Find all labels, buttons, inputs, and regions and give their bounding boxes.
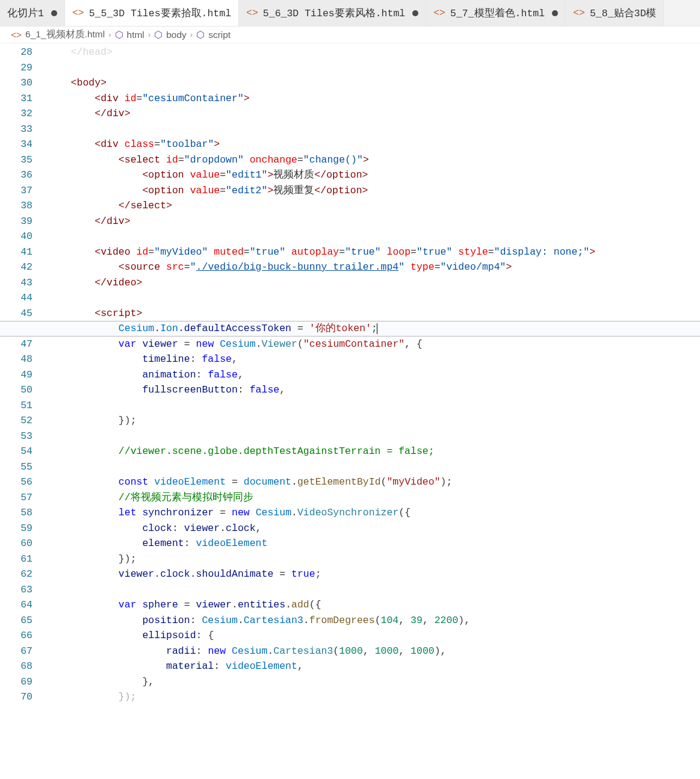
breadcrumb-file[interactable]: 6_1_视频材质.html	[25, 28, 105, 41]
dirty-dot-icon	[51, 10, 57, 16]
dirty-dot-icon	[412, 10, 418, 16]
tab-bar: 化切片1 <> 5_5_3D Tiles要素拾取.html <> 5_6_3D …	[0, 0, 700, 26]
code-content[interactable]: </head> <body> <div id="cesiumContainer"…	[47, 43, 700, 705]
tab-item[interactable]: <> 5_6_3D Tiles要素风格.html	[239, 0, 426, 26]
dirty-dot-icon	[552, 10, 558, 16]
tab-label: 5_6_3D Tiles要素风格.html	[263, 7, 405, 20]
html-file-icon: <>	[573, 7, 585, 19]
breadcrumb-segment[interactable]: body	[166, 29, 187, 40]
breadcrumb-segment[interactable]: html	[127, 29, 144, 40]
symbol-icon: ⬡	[115, 29, 123, 40]
tab-label: 5_5_3D Tiles要素拾取.html	[89, 7, 231, 20]
chevron-right-icon: ›	[108, 30, 111, 39]
symbol-icon: ⬡	[196, 29, 205, 40]
html-file-icon: <>	[11, 29, 22, 40]
symbol-icon: ⬡	[154, 29, 163, 40]
html-file-icon: <>	[72, 7, 84, 19]
tab-label: 化切片1	[7, 7, 44, 20]
tab-item[interactable]: <> 5_5_3D Tiles要素拾取.html	[65, 0, 239, 26]
tab-label: 5_7_模型着色.html	[450, 7, 545, 20]
line-number-gutter: 2829303132333435363738394041424344454647…	[0, 43, 47, 705]
html-file-icon: <>	[433, 7, 445, 19]
chevron-right-icon: ›	[190, 30, 193, 39]
chevron-right-icon: ›	[148, 30, 150, 39]
code-editor[interactable]: 2829303132333435363738394041424344454647…	[0, 43, 700, 705]
breadcrumb[interactable]: <> 6_1_视频材质.html › ⬡ html › ⬡ body › ⬡ s…	[0, 26, 700, 43]
breadcrumb-segment[interactable]: script	[208, 29, 231, 40]
tab-item[interactable]: <> 5_7_模型着色.html	[426, 0, 566, 26]
html-file-icon: <>	[246, 7, 258, 19]
tab-item[interactable]: <> 5_8_贴合3D模	[566, 0, 664, 26]
tab-item[interactable]: 化切片1	[0, 0, 65, 26]
tab-label: 5_8_贴合3D模	[590, 7, 656, 20]
